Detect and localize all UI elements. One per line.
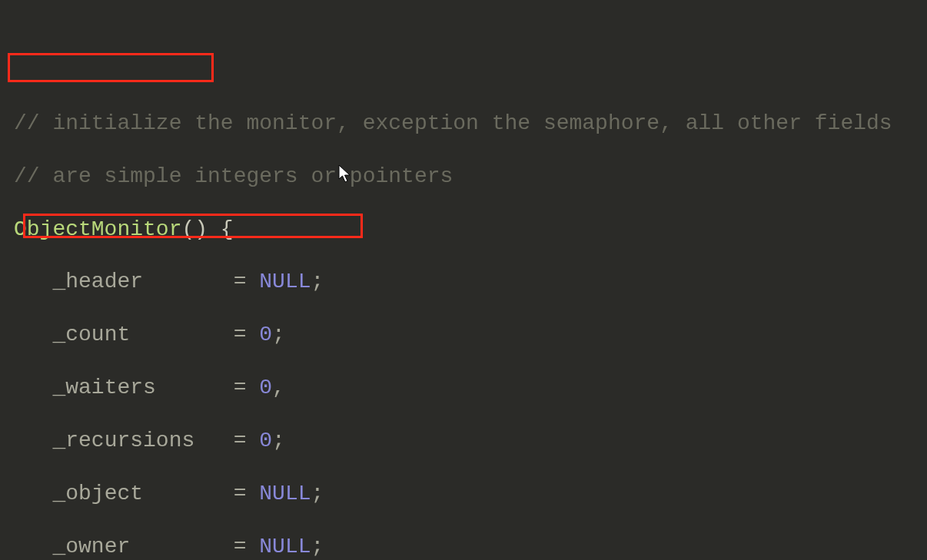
function-name: ObjectMonitor <box>14 217 181 241</box>
assign-count: _count = 0; <box>14 322 927 348</box>
assign-object: _object = NULL; <box>14 481 927 507</box>
assign-header: _header = NULL; <box>14 269 927 295</box>
constructor-declaration: ObjectMonitor() { <box>14 217 927 243</box>
assign-waiters: _waiters = 0, <box>14 375 927 401</box>
assign-recursions: _recursions = 0; <box>14 428 927 454</box>
assign-owner: _owner = NULL; <box>14 534 927 560</box>
comment-line-2: // are simple integers or pointers <box>14 164 927 190</box>
highlight-box-funcname <box>8 53 214 82</box>
comment-line-1: // initialize the monitor, exception the… <box>14 111 927 137</box>
